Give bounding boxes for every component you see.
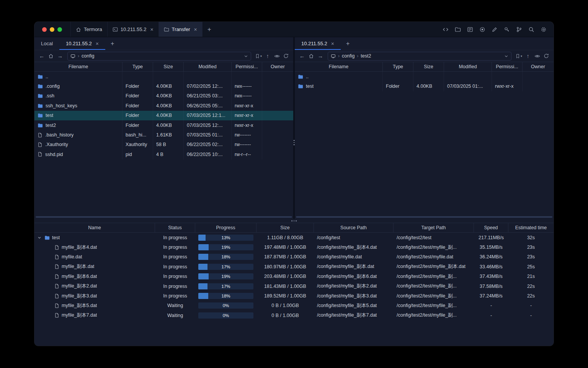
- column-header-permissi[interactable]: Permissi...: [232, 62, 262, 71]
- column-header-estimatedtime[interactable]: Estimated time: [508, 223, 554, 232]
- file-name-cell: test2: [34, 120, 122, 130]
- toolbar-search-button[interactable]: [526, 25, 536, 34]
- column-header-size[interactable]: Size: [256, 223, 314, 232]
- file-row[interactable]: .bash_historybash_hi...1.61KB07/03/2025 …: [34, 130, 293, 140]
- transfer-row[interactable]: testIn progress13%1.11GB / 8.00GB/config…: [34, 233, 554, 242]
- transfer-row[interactable]: myfile_副本.datIn progress17%180.97MB / 1.…: [34, 262, 554, 271]
- app-home-tab[interactable]: Termora: [70, 22, 108, 37]
- home-button[interactable]: [47, 52, 55, 60]
- column-header-owner[interactable]: Owner: [523, 62, 554, 71]
- column-header-sourcepath[interactable]: Source Path: [314, 223, 394, 232]
- minimize-window-button[interactable]: [50, 27, 54, 32]
- file-row[interactable]: .XauthorityXauthority58 B06/22/2025 02:.…: [34, 140, 293, 150]
- toolbar-code-button[interactable]: [441, 25, 450, 34]
- chevron-down-icon[interactable]: [504, 54, 508, 58]
- transfer-size-cell: 0 B / 1.00GB: [256, 310, 314, 320]
- folder-icon: [38, 123, 43, 128]
- transfer-eta-cell: 25s: [508, 262, 554, 271]
- file-row[interactable]: ssh_host_keysFolder4.00KB06/26/2025 05:.…: [34, 101, 293, 110]
- file-row[interactable]: .sshFolder4.00KB06/21/2025 03:...rwx----…: [34, 91, 293, 101]
- column-header-filename[interactable]: Filename: [34, 62, 122, 71]
- toolbar-settings-button[interactable]: [539, 25, 548, 34]
- file-row[interactable]: .configFolder4.00KB07/02/2025 12:...rwx-…: [34, 81, 293, 91]
- path-segment[interactable]: config: [82, 53, 94, 59]
- forward-button[interactable]: →: [316, 52, 325, 60]
- close-icon[interactable]: ×: [96, 41, 99, 46]
- forward-button[interactable]: →: [56, 52, 64, 60]
- close-icon[interactable]: ×: [331, 41, 334, 46]
- column-header-size[interactable]: Size: [153, 62, 184, 71]
- right-horizontal-scrollbar[interactable]: [296, 216, 552, 218]
- file-row[interactable]: testFolder4.00KB07/03/2025 12:1...rwxr-x…: [34, 111, 293, 120]
- bookmark-button[interactable]: ▾: [254, 52, 263, 60]
- toolbar-key-button[interactable]: [502, 25, 511, 34]
- path-segment[interactable]: config: [342, 53, 354, 59]
- chevron-down-icon[interactable]: [244, 54, 248, 58]
- column-header-progress[interactable]: Progress: [195, 223, 256, 232]
- close-window-button[interactable]: [42, 27, 47, 32]
- column-header-size[interactable]: Size: [413, 62, 444, 71]
- toolbar-edit-button[interactable]: [490, 25, 499, 34]
- column-header-type[interactable]: Type: [122, 62, 153, 71]
- transfer-row[interactable]: myfile.datIn progress18%187.87MB / 1.00G…: [34, 252, 554, 262]
- search-icon: [528, 26, 534, 33]
- close-icon[interactable]: ×: [194, 27, 197, 32]
- file-row[interactable]: ..: [295, 72, 554, 81]
- close-icon[interactable]: ×: [150, 27, 153, 32]
- up-directory-button[interactable]: ↑: [524, 52, 532, 60]
- horizontal-splitter[interactable]: [34, 219, 554, 223]
- session-tab[interactable]: 10.211.55.2 ×: [108, 22, 159, 37]
- file-row[interactable]: test2Folder4.00KB07/03/2025 12:...rwxr-x…: [34, 120, 293, 130]
- chevron-down-icon[interactable]: [37, 236, 42, 240]
- home-button[interactable]: [307, 52, 315, 60]
- column-header-filename[interactable]: Filename: [295, 62, 383, 71]
- back-button[interactable]: ←: [298, 52, 306, 60]
- column-header-speed[interactable]: Speed: [474, 223, 508, 232]
- left-horizontal-scrollbar[interactable]: [36, 216, 292, 218]
- toolbar-branch-button[interactable]: [514, 25, 524, 34]
- transfer-status-cell: In progress: [155, 252, 195, 262]
- column-header-owner[interactable]: Owner: [262, 62, 293, 71]
- file-row[interactable]: ..: [34, 72, 293, 81]
- file-permissions-cell: rw-r--r--: [232, 150, 262, 159]
- transfer-row[interactable]: myfile_副本7.datWaiting0%0 B / 1.00GB/conf…: [34, 310, 554, 320]
- bookmark-button[interactable]: ▾: [514, 52, 523, 60]
- tab-right-session[interactable]: 10.211.55.2 ×: [295, 37, 341, 50]
- right-new-tab-button[interactable]: +: [341, 37, 355, 50]
- column-header-name[interactable]: Name: [34, 223, 155, 232]
- right-path-combobox[interactable]: › config › test2: [328, 52, 511, 61]
- show-hidden-button[interactable]: [273, 52, 281, 60]
- transfer-row[interactable]: myfile_副本4.datIn progress19%197.48MB / 1…: [34, 242, 554, 252]
- toolbar-console-button[interactable]: [465, 25, 475, 34]
- back-button[interactable]: ←: [38, 52, 46, 60]
- column-header-modified[interactable]: Modified: [184, 62, 232, 71]
- refresh-button[interactable]: [542, 52, 550, 60]
- toolbar-record-button[interactable]: [477, 25, 487, 34]
- up-directory-button[interactable]: ↑: [263, 52, 272, 60]
- file-size-cell: [153, 72, 184, 81]
- progress-bar: 19%: [198, 244, 253, 250]
- show-hidden-button[interactable]: [533, 52, 541, 60]
- column-header-type[interactable]: Type: [383, 62, 413, 71]
- transfer-row[interactable]: myfile_副本2.datIn progress17%181.43MB / 1…: [34, 281, 554, 291]
- refresh-button[interactable]: [282, 52, 290, 60]
- tab-left-session[interactable]: 10.211.55.2 ×: [59, 37, 105, 50]
- column-header-targetpath[interactable]: Target Path: [394, 223, 474, 232]
- left-new-tab-button[interactable]: +: [105, 37, 119, 50]
- toolbar-folder-button[interactable]: [453, 25, 462, 34]
- transfer-row[interactable]: myfile_副本3.datIn progress18%189.52MB / 1…: [34, 291, 554, 301]
- transfer-row[interactable]: myfile_副本6.datIn progress19%203.48MB / 1…: [34, 272, 554, 281]
- file-type-cell: [122, 72, 153, 81]
- column-header-modified[interactable]: Modified: [444, 62, 492, 71]
- path-segment[interactable]: test2: [361, 53, 371, 59]
- file-row[interactable]: sshd.pidpid4 B06/22/2025 10:...rw-r--r--: [34, 150, 293, 159]
- transfer-row[interactable]: myfile_副本5.datWaiting0%0 B / 1.00GB/conf…: [34, 301, 554, 310]
- file-row[interactable]: testFolder4.00KB07/03/2025 01:...rwxr-xr…: [295, 81, 554, 91]
- zoom-window-button[interactable]: [57, 27, 62, 32]
- tab-local[interactable]: Local: [34, 37, 59, 50]
- transfer-tab[interactable]: Transfer ×: [159, 22, 203, 37]
- column-header-permissi[interactable]: Permissi...: [492, 62, 523, 71]
- left-path-combobox[interactable]: › config: [67, 52, 251, 61]
- column-header-status[interactable]: Status: [155, 223, 195, 232]
- new-tab-button[interactable]: +: [203, 22, 216, 37]
